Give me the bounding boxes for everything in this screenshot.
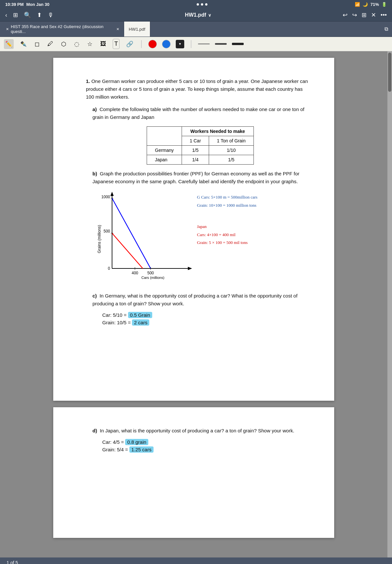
line-thin[interactable]: [198, 43, 210, 44]
scrollbar-thumb[interactable]: [388, 53, 391, 92]
separator2: [191, 40, 191, 48]
q1a-body: Complete the following table with the nu…: [92, 106, 304, 120]
dot1: [197, 3, 199, 6]
workers-table-container: Workers Needed to make 1 Car 1 Ton of Gr…: [92, 126, 308, 165]
line-thick[interactable]: [232, 43, 244, 45]
eraser-tool[interactable]: ◻: [33, 39, 41, 49]
tab-hw1[interactable]: HW1.pdf: [124, 22, 150, 37]
y-axis-label: Grains (millions): [97, 225, 102, 253]
q1b-text: b) Graph the production possibilities fr…: [92, 170, 308, 185]
bottom-bar: 1 of 5: [0, 557, 392, 564]
tab-close-hist[interactable]: ✕: [6, 27, 9, 31]
japan-ppf-line: [112, 233, 143, 268]
japan-notes: Japan Cars: 4×100 = 400 mil Grain: 5 × 1…: [197, 223, 248, 247]
row-germany-grain: 1/10: [209, 146, 254, 155]
germany-cars-note: G Cars: 5×100 m = 500million cars: [197, 193, 257, 201]
germany-notes: G Cars: 5×100 m = 500million cars Grain:…: [197, 193, 257, 209]
q1c-text: c) In Germany, what is the opportunity c…: [92, 292, 308, 308]
tab-bar: ✕ HIST 355 Race and Sex #2 Gutierrez (di…: [0, 22, 392, 37]
question-1: 1. One German worker can produce either …: [86, 77, 308, 325]
y-label-0: 0: [108, 266, 110, 271]
q1c-a2-text: Grain: 10/5 =: [102, 320, 132, 325]
main-content: 1. One German worker can produce either …: [0, 51, 392, 557]
title-dropdown[interactable]: ∨: [208, 13, 211, 18]
q1-number: 1.: [86, 78, 90, 84]
row-germany-label: Germany: [147, 146, 182, 155]
battery: 71%: [370, 2, 379, 7]
redo-button[interactable]: ↪: [352, 11, 357, 19]
table-row-japan: Japan 1/4 1/5: [147, 155, 254, 165]
color-red[interactable]: [148, 40, 157, 48]
q1c-body: In Germany, what is the opportunity cost…: [92, 293, 298, 306]
svg-marker-3: [188, 267, 192, 270]
line-medium[interactable]: [215, 43, 227, 45]
highlighter-tool[interactable]: 🖊: [46, 39, 55, 49]
japan-grain-note: Grain: 5 × 100 = 500 mil tons: [197, 239, 248, 247]
page-2: d) In Japan, what is the opportunity cos…: [53, 407, 334, 538]
tab-hist[interactable]: ✕ HIST 355 Race and Sex #2 Gutierrez (di…: [0, 22, 124, 37]
x-label-500: 500: [147, 271, 154, 275]
search-icon[interactable]: 🔍: [24, 11, 31, 19]
tab-hist-close[interactable]: ✕: [116, 27, 119, 31]
tab-hist-label: HIST 355 Race and Sex #2 Gutierrez (disc…: [11, 24, 113, 34]
dot3: [205, 3, 207, 6]
germany-grain-note: Grain: 10×100 = 1000 million tons: [197, 201, 257, 210]
q1b-body: Graph the production possibilities front…: [92, 171, 300, 184]
scroll-area[interactable]: 1. One German worker can produce either …: [0, 51, 387, 557]
q1c-a1-highlight: 0.5 Grain: [128, 312, 152, 318]
col-car: 1 Car: [182, 136, 209, 146]
add-page-button[interactable]: ⊞: [362, 11, 367, 19]
x-axis-label: Cars (millions): [141, 276, 164, 280]
tab-hw1-label: HW1.pdf: [129, 27, 145, 32]
germany-ppf-line: [112, 198, 151, 268]
q1d-a1-highlight: 0.8 grain: [125, 439, 148, 445]
grid-icon[interactable]: ⊞: [13, 11, 18, 19]
q1c-answer1: Car: 5/10 = 0.5 Grain: [102, 312, 308, 318]
q1d-a2-highlight: 1.25 cars: [129, 446, 154, 453]
back-button[interactable]: ‹: [5, 12, 7, 19]
table-row-germany: Germany 1/5 1/10: [147, 146, 254, 155]
moon-icon: 🌙: [363, 2, 368, 7]
q1d-a2-text: Grain: 5/4 =: [102, 447, 129, 452]
text-tool[interactable]: T: [113, 39, 120, 49]
date: Mon Jan 30: [26, 2, 49, 7]
graph-area: 1000 500 0 400 500: [96, 190, 308, 288]
status-bar: 10:39 PM Mon Jan 30 📶 🌙 71% 🔋: [0, 0, 392, 9]
close-button[interactable]: ✕: [371, 11, 376, 19]
scrollbar[interactable]: [387, 51, 392, 557]
q1d-body: In Japan, what is the opportunity cost o…: [100, 428, 294, 433]
q1-part-b: b) Graph the production possibilities fr…: [92, 170, 308, 288]
wifi-icon: 📶: [355, 2, 360, 7]
lasso-tool[interactable]: ◌: [73, 39, 81, 49]
workers-table: Workers Needed to make 1 Car 1 Ton of Gr…: [147, 126, 254, 165]
shape-tool[interactable]: ⬡: [60, 39, 68, 49]
undo-button[interactable]: ↩: [343, 11, 348, 19]
drawing-toolbar: ✏️ ✒️ ◻ 🖊 ⬡ ◌ ☆ 🖼 T 🔗 ▼: [0, 37, 392, 51]
share-icon[interactable]: ⬆: [37, 11, 42, 19]
color-blue[interactable]: [162, 40, 171, 48]
row-japan-car: 1/4: [182, 155, 209, 165]
q1-part-a: a) Complete the following table with the…: [92, 105, 308, 165]
link-tool[interactable]: 🔗: [125, 39, 135, 49]
q1d-answer1: Car: 4/5 = 0.8 grain: [102, 439, 308, 445]
pen-tool[interactable]: ✒️: [19, 40, 28, 48]
q1a-text: a) Complete the following table with the…: [92, 105, 308, 121]
y-label-500: 500: [104, 229, 110, 234]
selection-tool[interactable]: ✏️: [4, 39, 14, 49]
tab-arrange-icon[interactable]: ⧉: [384, 26, 388, 32]
more-button[interactable]: •••: [381, 12, 387, 19]
image-tool[interactable]: 🖼: [99, 39, 107, 49]
battery-icon: 🔋: [382, 2, 387, 7]
q1-part-c: c) In Germany, what is the opportunity c…: [92, 292, 308, 325]
q1b-label: b): [92, 171, 97, 176]
color-black[interactable]: ▼: [176, 40, 184, 48]
document-title: HW1.pdf: [185, 12, 206, 18]
q1c-label: c): [92, 293, 97, 298]
q1-text: 1. One German worker can produce either …: [86, 77, 308, 101]
mic-icon[interactable]: 🎙: [48, 12, 54, 19]
separator1: [141, 40, 142, 48]
main-toolbar: ‹ ⊞ 🔍 ⬆ 🎙 HW1.pdf ∨ ↩ ↪ ⊞ ✕ •••: [0, 9, 392, 22]
star-tool[interactable]: ☆: [86, 39, 94, 49]
y-label-1000: 1000: [101, 195, 110, 199]
q1c-a2-highlight: 2 cars: [132, 319, 149, 326]
